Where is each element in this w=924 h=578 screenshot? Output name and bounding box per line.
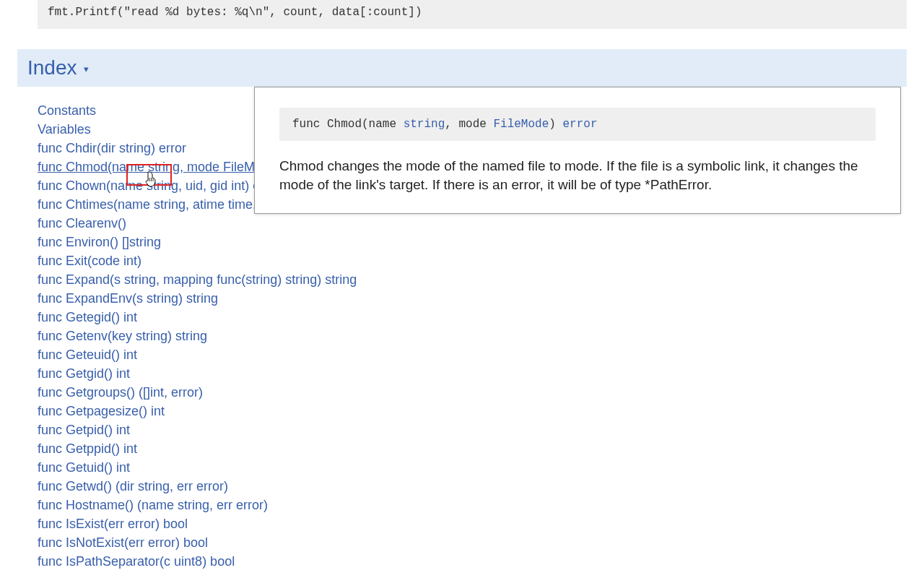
index-link[interactable]: func Getgid() int bbox=[38, 366, 130, 381]
index-link[interactable]: func Chown(name string, uid, gid int) er… bbox=[38, 178, 280, 193]
index-section-header[interactable]: Index ▾ bbox=[17, 49, 907, 87]
index-link[interactable]: func ExpandEnv(s string) string bbox=[38, 291, 218, 306]
list-item: func Getpid() int bbox=[38, 420, 924, 439]
code-block-top: fmt.Printf("read %d bytes: %q\n", count,… bbox=[38, 0, 907, 29]
index-link[interactable]: func Expand(s string, mapping func(strin… bbox=[38, 272, 357, 287]
index-link[interactable]: func Getegid() int bbox=[38, 310, 137, 324]
list-item: func IsNotExist(err error) bool bbox=[38, 533, 924, 552]
index-link[interactable]: Variables bbox=[38, 122, 91, 137]
index-link[interactable]: Constants bbox=[38, 103, 96, 118]
index-title: Index bbox=[27, 56, 77, 79]
list-item: func Getgroups() ([]int, error) bbox=[38, 383, 924, 402]
index-link[interactable]: func Exit(code int) bbox=[38, 254, 141, 268]
list-item: func Getwd() (dir string, err error) bbox=[38, 477, 924, 496]
signature-code: func Chmod(name string, mode FileMode) e… bbox=[279, 108, 876, 141]
index-link[interactable]: func Environ() []string bbox=[38, 235, 161, 249]
list-item: func ExpandEnv(s string) string bbox=[38, 289, 924, 308]
index-link[interactable]: func Clearenv() bbox=[38, 216, 126, 230]
list-item: func Environ() []string bbox=[38, 233, 924, 251]
index-link[interactable]: func Hostname() (name string, err error) bbox=[38, 498, 268, 512]
list-item: func Getegid() int bbox=[38, 308, 924, 327]
index-link[interactable]: func IsNotExist(err error) bool bbox=[38, 535, 208, 550]
index-link[interactable]: func Getpagesize() int bbox=[38, 404, 165, 418]
list-item: func Getpagesize() int bbox=[38, 402, 924, 420]
index-link[interactable]: func Getwd() (dir string, err error) bbox=[38, 479, 228, 493]
index-link[interactable]: func Getppid() int bbox=[38, 441, 137, 456]
list-item: func IsExist(err error) bool bbox=[38, 514, 924, 533]
list-item: func Getgid() int bbox=[38, 364, 924, 383]
doc-popover: func Chmod(name string, mode FileMode) e… bbox=[254, 87, 901, 214]
index-link[interactable]: func Getgroups() ([]int, error) bbox=[38, 385, 203, 400]
signature-description: Chmod changes the mode of the named file… bbox=[279, 157, 876, 194]
index-link[interactable]: func Getpid() int bbox=[38, 423, 130, 437]
list-item: func Hostname() (name string, err error) bbox=[38, 496, 924, 514]
list-item: func IsPathSeparator(c uint8) bool bbox=[38, 552, 924, 571]
index-link[interactable]: func Geteuid() int bbox=[38, 348, 137, 362]
list-item: func Expand(s string, mapping func(strin… bbox=[38, 270, 924, 289]
list-item: func Getuid() int bbox=[38, 458, 924, 477]
index-link[interactable]: func Getuid() int bbox=[38, 460, 130, 475]
chevron-down-icon: ▾ bbox=[84, 64, 89, 74]
index-link[interactable]: func Getenv(key string) string bbox=[38, 329, 207, 343]
index-link[interactable]: func IsPathSeparator(c uint8) bool bbox=[38, 554, 235, 569]
index-link[interactable]: func Chdir(dir string) error bbox=[38, 141, 186, 155]
list-item: func Getppid() int bbox=[38, 439, 924, 458]
index-link[interactable]: func IsExist(err error) bool bbox=[38, 517, 188, 531]
list-item: func Getenv(key string) string bbox=[38, 327, 924, 345]
list-item: func Exit(code int) bbox=[38, 251, 924, 270]
list-item: func Geteuid() int bbox=[38, 345, 924, 364]
list-item: func Clearenv() bbox=[38, 214, 924, 233]
